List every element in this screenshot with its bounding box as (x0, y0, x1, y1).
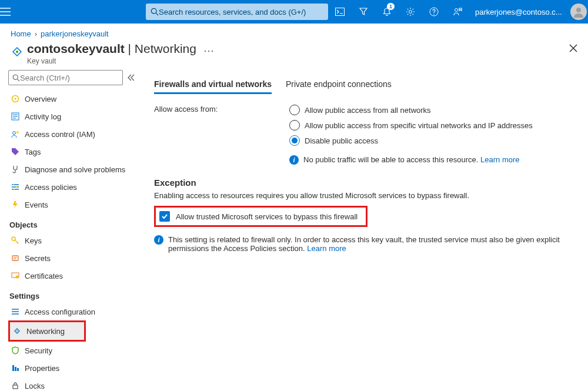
page-title-name: contosokeyvault (27, 42, 125, 55)
sidebar: Overview Activity log Access control (IA… (0, 70, 136, 391)
sidebar-item-events[interactable]: Events (8, 196, 133, 213)
user-email[interactable]: parkerjones@contoso.c... (469, 8, 568, 16)
notification-badge: 1 (387, 3, 395, 10)
svg-point-11 (15, 98, 16, 100)
sidebar-item-access-control[interactable]: Access control (IAM) (8, 125, 133, 143)
breadcrumb: Home › parkerjoneskeyvault (0, 24, 588, 42)
tab-firewalls[interactable]: Firewalls and virtual networks (154, 79, 272, 94)
radio-icon (289, 120, 300, 131)
more-button[interactable]: ⋯ (203, 42, 214, 57)
svg-point-17 (14, 189, 15, 190)
directories-button[interactable] (352, 0, 375, 24)
global-search-input[interactable] (159, 8, 323, 16)
sidebar-search-input[interactable] (20, 73, 119, 82)
close-button[interactable] (569, 42, 577, 52)
sidebar-item-secrets[interactable]: Secrets (8, 249, 133, 267)
svg-rect-25 (17, 368, 19, 371)
page-title: contosokeyvault | Networking (27, 42, 196, 56)
sidebar-search[interactable] (8, 70, 123, 85)
help-icon (429, 7, 439, 16)
overview-icon (11, 95, 19, 103)
feedback-button[interactable] (446, 0, 469, 24)
cloud-shell-button[interactable] (328, 0, 352, 24)
svg-point-16 (16, 186, 17, 188)
sidebar-item-label: Locks (25, 382, 45, 390)
svg-rect-2 (336, 8, 345, 16)
sidebar-item-locks[interactable]: Locks (8, 377, 133, 391)
page-subtitle: Key vault (27, 57, 196, 65)
svg-line-1 (156, 13, 158, 15)
sidebar-item-label: Security (25, 346, 52, 355)
tab-private-endpoint[interactable]: Private endpoint connections (286, 79, 392, 94)
avatar-icon (573, 6, 584, 18)
sidebar-item-access-policies[interactable]: Access policies (8, 178, 133, 196)
svg-line-9 (18, 79, 20, 81)
global-search[interactable] (146, 4, 328, 20)
top-bar: 1 parkerjones@contoso.c... (0, 0, 588, 24)
svg-rect-26 (13, 385, 18, 389)
sidebar-item-certificates[interactable]: Certificates (8, 267, 133, 285)
radio-icon (289, 105, 300, 115)
svg-rect-24 (15, 367, 16, 371)
learn-more-link[interactable]: Learn more (307, 244, 346, 253)
sidebar-item-label: Networking (26, 327, 65, 336)
sidebar-item-label: Access control (IAM) (25, 130, 95, 139)
sidebar-item-label: Keys (25, 236, 42, 245)
radio-specific-networks[interactable]: Allow public access from specific virtua… (289, 120, 533, 131)
search-icon (12, 74, 20, 82)
sidebar-item-label: Certificates (25, 272, 63, 280)
events-icon (11, 200, 19, 209)
page-header: contosokeyvault | Networking Key vault ⋯ (0, 42, 588, 70)
sidebar-item-access-configuration[interactable]: Access configuration (8, 303, 133, 320)
radio-label: Allow public access from specific virtua… (305, 121, 533, 130)
checkbox-checked-icon (159, 211, 170, 222)
avatar[interactable] (570, 4, 587, 20)
sidebar-item-overview[interactable]: Overview (8, 90, 133, 108)
info-icon: i (154, 235, 163, 245)
settings-button[interactable] (399, 0, 422, 24)
key-icon (11, 236, 19, 245)
breadcrumb-current[interactable]: parkerjoneskeyvault (41, 29, 109, 38)
access-config-icon (11, 308, 19, 316)
sidebar-item-networking[interactable]: Networking (10, 322, 84, 340)
help-button[interactable] (422, 0, 446, 24)
svg-point-7 (16, 51, 18, 53)
svg-point-14 (17, 132, 19, 133)
access-from-label: Allow access from: (154, 105, 289, 165)
sidebar-item-keys[interactable]: Keys (8, 232, 133, 249)
page-title-section: Networking (135, 42, 196, 55)
svg-point-22 (16, 330, 18, 332)
notifications-button[interactable]: 1 (375, 0, 399, 24)
top-icon-bar: 1 parkerjones@contoso.c... (328, 0, 588, 24)
checkbox-label: Allow trusted Microsoft services to bypa… (176, 212, 358, 221)
sidebar-item-label: Overview (25, 95, 56, 103)
hamburger-menu[interactable] (0, 8, 11, 16)
certificates-icon (11, 272, 19, 280)
sidebar-item-label: Access policies (25, 183, 77, 192)
sidebar-item-label: Access configuration (25, 308, 95, 316)
sidebar-item-tags[interactable]: Tags (8, 143, 133, 161)
networking-icon (13, 327, 21, 335)
sidebar-item-label: Activity log (25, 112, 61, 121)
breadcrumb-home[interactable]: Home (11, 29, 31, 38)
iam-icon (11, 130, 19, 138)
exception-heading: Exception (154, 178, 576, 188)
sidebar-item-diagnose[interactable]: Diagnose and solve problems (8, 161, 133, 178)
sidebar-group-objects: Objects (9, 220, 133, 229)
filter-icon (359, 7, 368, 16)
sidebar-item-label: Properties (25, 364, 59, 373)
bypass-firewall-checkbox-row[interactable]: Allow trusted Microsoft services to bypa… (157, 209, 365, 224)
sidebar-item-security[interactable]: Security (8, 342, 133, 359)
collapse-sidebar-button[interactable] (128, 74, 135, 81)
svg-point-15 (13, 184, 14, 185)
radio-all-networks[interactable]: Allow public access from all networks (289, 105, 533, 115)
cloud-shell-icon (335, 8, 345, 16)
svg-point-8 (13, 75, 18, 79)
tags-icon (11, 148, 19, 156)
learn-more-link[interactable]: Learn more (480, 155, 519, 164)
sidebar-item-activity-log[interactable]: Activity log (8, 108, 133, 125)
exception-description: Enabling access to resources requires yo… (154, 191, 576, 200)
radio-disable-public[interactable]: Disable public access (289, 135, 533, 146)
sidebar-item-properties[interactable]: Properties (8, 359, 133, 377)
svg-point-5 (455, 9, 458, 12)
